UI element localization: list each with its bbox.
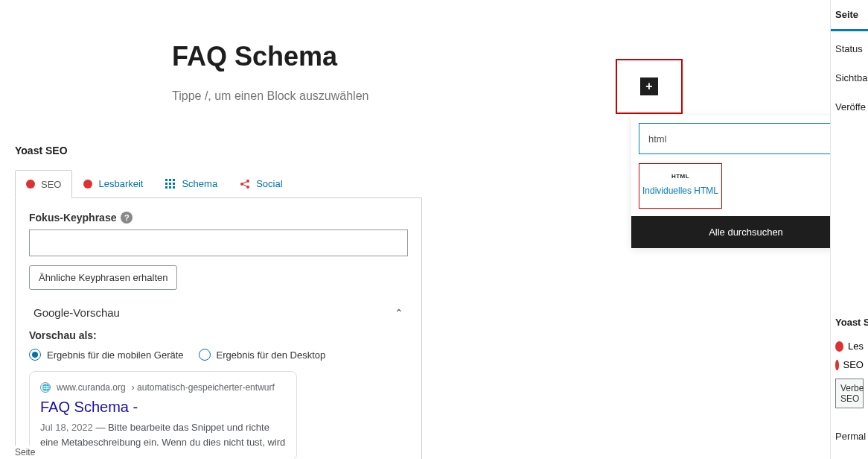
svg-rect-5: [173, 183, 175, 185]
page-title-input[interactable]: FAQ Schema: [172, 41, 337, 72]
help-icon[interactable]: ?: [121, 212, 133, 224]
yoast-metabox: Yoast SEO SEO Lesbarkeit Schema Socia: [15, 140, 422, 459]
svg-rect-1: [169, 179, 171, 181]
sad-face-icon: [835, 341, 843, 352]
sidebar-readability-score: Les: [831, 337, 868, 355]
block-search-box: ✕: [639, 123, 853, 154]
sidebar-tab-page[interactable]: Seite: [831, 0, 868, 31]
tab-schema[interactable]: Schema: [154, 170, 229, 197]
yoast-tabs: SEO Lesbarkeit Schema Social: [15, 170, 422, 198]
serp-desc-sep: —: [93, 422, 108, 433]
sidebar-item-permalink[interactable]: Permal: [831, 422, 868, 451]
radio-desktop[interactable]: Ergebnis für den Desktop: [199, 349, 326, 361]
tab-schema-label: Schema: [182, 178, 217, 189]
svg-line-12: [243, 181, 247, 183]
radio-unchecked-icon: [199, 349, 211, 361]
readability-score-dot-icon: [83, 180, 92, 189]
svg-rect-2: [173, 179, 175, 181]
sad-face-icon: [835, 360, 839, 370]
block-result-label: Individuelles HTML: [642, 186, 718, 197]
yoast-header[interactable]: Yoast SEO: [15, 140, 422, 170]
schema-grid-icon: [165, 179, 176, 189]
tab-social[interactable]: Social: [229, 170, 293, 197]
tab-readability-label: Lesbarkeit: [98, 178, 143, 189]
seo-score-dot-icon: [26, 180, 35, 189]
sidebar-seo-score: SEO: [831, 355, 868, 374]
preview-radio-group: Ergebnis für die mobilen Geräte Ergebnis…: [29, 349, 408, 371]
block-search-input[interactable]: [648, 133, 832, 145]
radio-mobile-label: Ergebnis für die mobilen Geräte: [47, 349, 184, 361]
browse-all-button[interactable]: Alle durchsuchen: [631, 216, 861, 248]
serp-date: Jul 18, 2022: [40, 422, 93, 433]
serp-url: 🌐 www.curanda.org › automatisch-gespeich…: [40, 382, 286, 393]
html-block-icon: HTML: [671, 173, 689, 180]
globe-icon: 🌐: [40, 382, 51, 393]
focus-keyphrase-label: Fokus-Keyphrase ?: [29, 212, 408, 224]
serp-preview-card: 🌐 www.curanda.org › automatisch-gespeich…: [29, 371, 297, 459]
sidebar-item-visibility[interactable]: Sichtba: [831, 63, 868, 92]
google-preview-title: Google-Vorschau: [33, 306, 120, 319]
svg-rect-7: [169, 186, 171, 189]
focus-keyphrase-input[interactable]: [29, 230, 408, 256]
radio-checked-icon: [29, 349, 41, 361]
preview-as-label: Vorschau als:: [29, 326, 408, 349]
serp-title[interactable]: FAQ Schema -: [40, 399, 286, 416]
serp-path: › automatisch-gespeicherter-entwurf: [132, 382, 275, 393]
sidebar-item-status[interactable]: Status: [831, 34, 868, 63]
svg-rect-6: [165, 186, 167, 189]
tab-seo-label: SEO: [41, 179, 61, 190]
tab-social-label: Social: [256, 178, 282, 189]
serp-description[interactable]: Jul 18, 2022 — Bitte bearbeite das Snipp…: [40, 420, 286, 449]
sidebar-seo-label: SEO: [843, 359, 864, 370]
sidebar-yoast-heading: Yoast S: [831, 308, 868, 337]
serp-domain: www.curanda.org: [57, 382, 126, 393]
svg-rect-8: [173, 186, 175, 189]
tab-readability[interactable]: Lesbarkeit: [72, 170, 154, 197]
tab-seo-content: Fokus-Keyphrase ? Ähnliche Keyphrasen er…: [15, 198, 422, 459]
sidebar-item-publish[interactable]: Veröffe: [831, 92, 868, 121]
radio-desktop-label: Ergebnis für den Desktop: [217, 349, 326, 361]
radio-mobile[interactable]: Ergebnis für die mobilen Geräte: [29, 349, 184, 361]
related-keyphrases-button[interactable]: Ähnliche Keyphrasen erhalten: [29, 265, 177, 290]
add-block-button[interactable]: +: [640, 77, 658, 95]
svg-rect-4: [169, 183, 171, 185]
google-preview-accordion[interactable]: Google-Vorschau ⌃: [29, 290, 408, 326]
tab-seo[interactable]: SEO: [15, 170, 72, 198]
settings-sidebar: Seite Status Sichtba Veröffe Yoast S Les…: [830, 0, 868, 459]
sidebar-improve-button[interactable]: Verbe SEO: [835, 379, 864, 408]
svg-rect-0: [165, 179, 167, 181]
sidebar-readability-label: Les: [848, 341, 864, 352]
block-result-item[interactable]: HTML Individuelles HTML: [639, 163, 722, 209]
plus-icon: +: [645, 80, 652, 93]
block-inserter-popover: ✕ HTML Individuelles HTML Alle durchsuch…: [631, 115, 861, 248]
block-prompt[interactable]: Tippe /, um einen Block auszuwählen: [172, 89, 368, 103]
svg-line-13: [243, 184, 247, 186]
chevron-up-icon: ⌃: [395, 307, 403, 319]
add-block-highlight: +: [616, 59, 683, 114]
svg-rect-3: [165, 183, 167, 185]
share-icon: [240, 179, 250, 189]
footer-status: Seite: [15, 446, 35, 459]
